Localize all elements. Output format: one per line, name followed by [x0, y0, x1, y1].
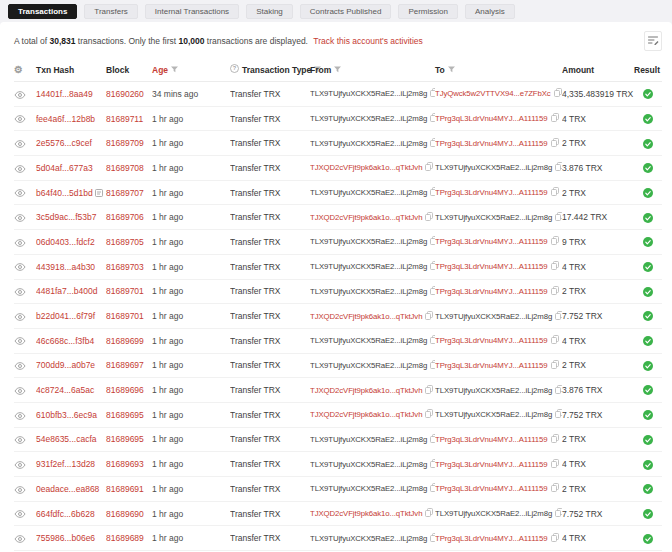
copy-icon[interactable] [555, 410, 562, 420]
txn-hash-link[interactable]: 5d04af...677a3 [36, 163, 93, 173]
copy-icon[interactable] [551, 262, 559, 272]
tab[interactable]: Permission [398, 4, 458, 19]
copy-icon[interactable] [425, 213, 433, 223]
from-address[interactable]: TLX9TUjfyuXCKX5RaE2...iLj2m8g [310, 460, 427, 469]
to-address[interactable]: TLX9TUjfyuXCKX5RaE2...iLj2m8g [435, 163, 552, 172]
tab[interactable]: Analysis [465, 4, 515, 19]
eye-icon[interactable] [14, 91, 26, 99]
txn-hash-link[interactable]: 443918...a4b30 [36, 262, 95, 272]
txn-hash-link[interactable]: fee4a6f...12b8b [36, 114, 95, 124]
eye-icon[interactable] [14, 387, 26, 395]
txn-hash-link[interactable]: b22d041...6f79f [36, 311, 95, 321]
block-link[interactable]: 81689695 [106, 410, 144, 420]
txn-hash-link[interactable]: 3c5d9ac...f53b7 [36, 212, 97, 222]
copy-icon[interactable] [551, 287, 559, 297]
txn-hash-link[interactable]: 700dd9...a0b7e [36, 360, 95, 370]
txn-hash-link[interactable]: 2e5576...c9cef [36, 138, 92, 148]
txn-hash-link[interactable]: 0eadace...ea868 [36, 484, 99, 494]
block-link[interactable]: 81689711 [106, 114, 143, 124]
from-address[interactable]: TLX9TUjfyuXCKX5RaE2...iLj2m8g [310, 435, 427, 444]
from-address[interactable]: TJXQD2cVFjt9pk6ak1o...qTktJvh [310, 509, 422, 518]
to-address[interactable]: TJyQwck5w2VTTVX94...e7ZFbXc [435, 89, 551, 98]
to-address[interactable]: TPrg3qL3LdrVnu4MYJ...A111159 [435, 114, 548, 123]
to-address[interactable]: TPrg3qL3LdrVnu4MYJ...A111159 [435, 336, 548, 345]
eye-icon[interactable] [14, 239, 26, 247]
from-address[interactable]: TLX9TUjfyuXCKX5RaE2...iLj2m8g [310, 484, 427, 493]
copy-icon[interactable] [555, 386, 562, 396]
eye-icon[interactable] [14, 486, 26, 494]
block-link[interactable]: 81689701 [106, 311, 144, 321]
gear-icon[interactable]: ⚙ [14, 64, 23, 75]
copy-icon[interactable] [551, 336, 559, 346]
from-address[interactable]: TJXQD2cVFjt9pk6ak1o...qTktJvh [310, 410, 422, 419]
to-address[interactable]: TPrg3qL3LdrVnu4MYJ...A111159 [435, 534, 548, 543]
copy-icon[interactable] [425, 410, 433, 420]
txn-hash-link[interactable]: 755986...b06e6 [36, 533, 95, 543]
block-link[interactable]: 81689707 [106, 188, 144, 198]
from-address[interactable]: TLX9TUjfyuXCKX5RaE2...iLj2m8g [310, 287, 427, 296]
txn-hash-link[interactable]: 4481fa7...b400d [36, 286, 97, 296]
from-address[interactable]: TLX9TUjfyuXCKX5RaE2...iLj2m8g [310, 139, 427, 148]
funnel-icon[interactable] [334, 65, 341, 75]
eye-icon[interactable] [14, 510, 26, 518]
block-link[interactable]: 81689695 [106, 434, 144, 444]
copy-icon[interactable] [551, 114, 559, 124]
tab[interactable]: Transactions [8, 4, 77, 19]
from-address[interactable]: TJXQD2cVFjt9pk6ak1o...qTktJvh [310, 213, 422, 222]
block-link[interactable]: 81689697 [106, 360, 144, 370]
copy-icon[interactable] [551, 361, 559, 371]
copy-icon[interactable] [551, 435, 559, 445]
from-address[interactable]: TLX9TUjfyuXCKX5RaE2...iLj2m8g [310, 361, 427, 370]
block-link[interactable]: 81690260 [106, 89, 144, 99]
txn-hash-link[interactable]: 46c668c...f3fb4 [36, 336, 94, 346]
block-link[interactable]: 81689708 [106, 163, 144, 173]
copy-icon[interactable] [555, 312, 562, 322]
eye-icon[interactable] [14, 412, 26, 420]
track-account-link[interactable]: Track this account's activities [313, 36, 422, 46]
copy-icon[interactable] [425, 386, 433, 396]
from-address[interactable]: TLX9TUjfyuXCKX5RaE2...iLj2m8g [310, 188, 427, 197]
copy-icon[interactable] [425, 312, 433, 322]
from-address[interactable]: TJXQD2cVFjt9pk6ak1o...qTktJvh [310, 312, 422, 321]
copy-icon[interactable] [551, 188, 559, 198]
txn-hash-link[interactable]: 610bfb3...6ec9a [36, 410, 97, 420]
to-address[interactable]: TLX9TUjfyuXCKX5RaE2...iLj2m8g [435, 410, 552, 419]
copy-icon[interactable] [551, 460, 559, 470]
tab[interactable]: Contracts Published [300, 4, 392, 19]
to-address[interactable]: TPrg3qL3LdrVnu4MYJ...A111159 [435, 262, 548, 271]
customize-columns-button[interactable] [644, 31, 662, 51]
block-link[interactable]: 81689709 [106, 138, 144, 148]
to-address[interactable]: TLX9TUjfyuXCKX5RaE2...iLj2m8g [435, 312, 552, 321]
block-link[interactable]: 81689703 [106, 262, 144, 272]
copy-icon[interactable] [554, 89, 562, 99]
to-address[interactable]: TPrg3qL3LdrVnu4MYJ...A111159 [435, 139, 548, 148]
copy-icon[interactable] [425, 163, 433, 173]
eye-icon[interactable] [14, 263, 26, 271]
tab[interactable]: Transfers [84, 4, 138, 19]
eye-icon[interactable] [14, 214, 26, 222]
from-address[interactable]: TLX9TUjfyuXCKX5RaE2...iLj2m8g [310, 534, 427, 543]
block-link[interactable]: 81689693 [106, 459, 144, 469]
to-address[interactable]: TPrg3qL3LdrVnu4MYJ...A111159 [435, 237, 548, 246]
block-link[interactable]: 81689690 [106, 509, 144, 519]
txn-hash-link[interactable]: 931f2ef...13d28 [36, 459, 95, 469]
funnel-icon[interactable] [171, 65, 178, 75]
copy-icon[interactable] [551, 237, 559, 247]
eye-icon[interactable] [14, 535, 26, 543]
from-address[interactable]: TLX9TUjfyuXCKX5RaE2...iLj2m8g [310, 89, 427, 98]
copy-icon[interactable] [555, 213, 562, 223]
tab[interactable]: Staking [246, 4, 293, 19]
copy-icon[interactable] [555, 163, 562, 173]
from-address[interactable]: TLX9TUjfyuXCKX5RaE2...iLj2m8g [310, 336, 427, 345]
block-link[interactable]: 81689701 [106, 286, 144, 296]
txn-hash-link[interactable]: 664fdfc...6b628 [36, 509, 95, 519]
eye-icon[interactable] [14, 189, 26, 197]
eye-icon[interactable] [14, 140, 26, 148]
eye-icon[interactable] [14, 337, 26, 345]
block-link[interactable]: 81689699 [106, 336, 144, 346]
eye-icon[interactable] [14, 362, 26, 370]
to-address[interactable]: TLX9TUjfyuXCKX5RaE2...iLj2m8g [435, 386, 552, 395]
eye-icon[interactable] [14, 165, 26, 173]
block-link[interactable]: 81689696 [106, 385, 144, 395]
from-address[interactable]: TLX9TUjfyuXCKX5RaE2...iLj2m8g [310, 114, 427, 123]
